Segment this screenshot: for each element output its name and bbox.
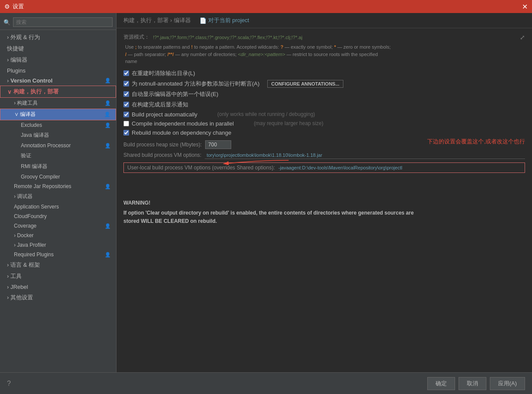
sidebar-item-label: Remote Jar Repositories xyxy=(14,183,71,189)
hint-line1: Use ; to separate patterns and ! to nega… xyxy=(125,44,391,50)
sidebar-item-label: › 工具 xyxy=(7,272,22,280)
project-icon: 📄 xyxy=(200,17,206,24)
sidebar-item-tools[interactable]: › 工具 xyxy=(0,271,116,282)
checkbox-compile-parallel-hint: (may require larger heap size) xyxy=(254,120,323,126)
checkbox-compile-parallel-input[interactable] xyxy=(123,121,129,126)
checkbox-build-auto-label: Build project automatically xyxy=(132,111,197,118)
checkbox-notify-build-input[interactable] xyxy=(123,102,129,107)
sidebar-item-app-servers[interactable]: Application Servers xyxy=(0,202,116,212)
sidebar-item-build-exec[interactable]: ∨ 构建，执行，部署 xyxy=(0,86,116,98)
hint-line2: / — path separator; /**/ — any number of… xyxy=(125,52,378,57)
sidebar-item-jrebel[interactable]: › JRebel xyxy=(0,282,116,292)
sidebar-item-groovy-compiler[interactable]: Groovy Compiler xyxy=(0,172,116,182)
expand-arrow-icon: ∨ xyxy=(7,89,12,95)
checkbox-build-auto: Build project automatically (only works … xyxy=(123,111,525,118)
sidebar-item-appearance[interactable]: › 外观 & 行为 xyxy=(0,32,116,43)
checkbox-rebuild-dep-label: Rebuild module on dependency change xyxy=(132,129,231,136)
content-area: 资源模式： !?*.java;!?*.form;!?*.class;!?*.gr… xyxy=(116,28,532,231)
breadcrumb-project: 📄 对于当前 project xyxy=(200,17,249,24)
user-vm-value: -javaagent:D:\dev-tools\Maven\localRepos… xyxy=(279,165,522,170)
resource-mode-value: !?*.java;!?*.form;!?*.class;!?*.groovy;!… xyxy=(153,35,516,40)
sidebar-item-java-profiler[interactable]: › Java Profiler xyxy=(0,240,116,250)
sidebar-item-label: Plugins xyxy=(7,67,26,74)
sidebar-item-cloudfoundry[interactable]: CloudFoundry xyxy=(0,212,116,221)
checkbox-compile-parallel: Compile independent modules in parallel … xyxy=(123,120,525,127)
sidebar-item-label: Java 编译器 xyxy=(21,132,49,139)
user-icon: 👤 xyxy=(105,123,111,128)
checkbox-show-first-error-label: 自动显示编辑器中的第一个错误(E) xyxy=(132,90,218,98)
sidebar-item-label: Coverage xyxy=(14,223,37,229)
sidebar-item-plugins[interactable]: Plugins xyxy=(0,66,116,76)
sidebar-item-label: › Docker xyxy=(14,232,33,238)
sidebar-item-remote-jar[interactable]: Remote Jar Repositories 👤 xyxy=(0,182,116,191)
sidebar-item-coverage[interactable]: Coverage 👤 xyxy=(0,221,116,231)
main-content: 构建，执行，部署 › 编译器 📄 对于当前 project 资源模式： !?*.… xyxy=(116,13,532,372)
resource-mode-label: 资源模式： xyxy=(123,33,150,41)
checkbox-show-first-error-input[interactable] xyxy=(123,91,129,97)
expand-icon[interactable]: ⤢ xyxy=(520,34,525,41)
checkbox-notnull-input[interactable] xyxy=(123,81,129,86)
sidebar-item-required-plugins[interactable]: Required Plugins 👤 xyxy=(0,250,116,259)
sidebar-item-label: 快捷键 xyxy=(7,45,24,53)
red-callout: 下边的设置会覆盖这个,或者改这个也行 xyxy=(427,138,525,146)
sidebar-item-build-tools[interactable]: › 构建工具 👤 xyxy=(0,98,116,109)
warning-line3: stored WILL BE CLEARED on rebuild. xyxy=(123,217,525,225)
dialog-footer: ? 确定 取消 应用(A) xyxy=(0,372,532,394)
help-icon[interactable]: ? xyxy=(7,380,11,387)
sidebar-item-debugger[interactable]: › 调试器 xyxy=(0,191,116,202)
configure-annotations-button[interactable]: CONFIGURE ANNOTATIONS... xyxy=(267,80,343,88)
sidebar-item-lang-framework[interactable]: › 语言 & 框架 xyxy=(0,259,116,271)
sidebar-item-label: RMI 编译器 xyxy=(21,163,47,170)
user-vm-options-row: User-local build process VM options (ove… xyxy=(123,162,525,173)
red-callout-text: 下边的设置会覆盖这个,或者改这个也行 xyxy=(427,138,525,146)
checkbox-notnull: 为 notnull-annotated 方法和参数添加运行时断言(A) CONF… xyxy=(123,80,525,88)
sidebar-item-version-control[interactable]: › Version Control 👤 xyxy=(0,76,116,86)
checkbox-notnull-label: 为 notnull-annotated 方法和参数添加运行时断言(A) xyxy=(132,80,259,88)
search-input[interactable] xyxy=(13,17,113,27)
build-heap-input[interactable] xyxy=(205,140,231,149)
title-bar-left: ⚙ 设置 xyxy=(4,3,24,10)
sidebar-item-label: Application Servers xyxy=(14,204,59,210)
checkbox-show-first-error: 自动显示编辑器中的第一个错误(E) xyxy=(123,90,525,98)
shared-vm-row: Shared build process VM options: tory\or… xyxy=(123,152,525,159)
sidebar-item-keymap[interactable]: 快捷键 xyxy=(0,43,116,54)
warning-section: WARNING! If option 'Clear output directo… xyxy=(123,199,525,226)
search-bar: 🔍 xyxy=(0,15,116,30)
user-icon: 👤 xyxy=(105,184,111,189)
sidebar-item-rmi[interactable]: RMI 编译器 xyxy=(0,161,116,172)
checkbox-rebuild-dep-input[interactable] xyxy=(123,130,129,136)
sidebar-item-label: 验证 xyxy=(21,152,31,159)
checkbox-clear-output-input[interactable] xyxy=(123,70,129,76)
user-icon: 👤 xyxy=(105,78,111,83)
sidebar-item-label: › Java Profiler xyxy=(14,242,46,248)
checkbox-notify-build: 在构建完成后显示通知 xyxy=(123,101,525,109)
sidebar-item-other[interactable]: › 其他设置 xyxy=(0,292,116,303)
sidebar-item-label: › 其他设置 xyxy=(7,294,33,301)
sidebar-item-label: › 构建工具 xyxy=(14,99,38,107)
build-heap-section: Build process heap size (Mbytes): Shared… xyxy=(123,140,525,159)
checkbox-clear-output: 在重建时清除输出目录(L) xyxy=(123,70,525,77)
checkbox-build-auto-hint: (only works while not running / debuggin… xyxy=(217,111,315,117)
sidebar-item-java-compiler[interactable]: Java 编译器 xyxy=(0,130,116,141)
resource-mode-row: 资源模式： !?*.java;!?*.form;!?*.class;!?*.gr… xyxy=(123,33,525,41)
sidebar-item-label: › 编辑器 xyxy=(7,56,27,64)
sidebar-item-excludes[interactable]: Excludes 👤 xyxy=(0,120,116,130)
sidebar-item-annotation-processor[interactable]: Annotation Processor 👤 xyxy=(0,141,116,150)
close-button[interactable]: ✕ xyxy=(522,3,528,11)
sidebar-item-label: Excludes xyxy=(21,122,42,128)
apply-button[interactable]: 应用(A) xyxy=(490,377,525,390)
sidebar-item-validation[interactable]: 验证 xyxy=(0,150,116,161)
sidebar-item-label: › 语言 & 框架 xyxy=(7,261,40,269)
ok-button[interactable]: 确定 xyxy=(427,377,455,390)
cancel-button[interactable]: 取消 xyxy=(459,377,486,390)
sidebar-item-docker[interactable]: › Docker xyxy=(0,231,116,240)
shared-vm-label: Shared build process VM options: xyxy=(123,152,201,158)
user-icon: 👤 xyxy=(105,143,111,149)
sidebar-item-editor[interactable]: › 编辑器 xyxy=(0,54,116,66)
checkbox-build-auto-input[interactable] xyxy=(123,112,129,117)
checkbox-notify-build-label: 在构建完成后显示通知 xyxy=(132,101,188,109)
sidebar-item-compiler[interactable]: ∨ 编译器 👤 xyxy=(0,109,116,120)
warning-line1: WARNING! xyxy=(123,199,525,207)
sidebar-item-label: 构建，执行，部署 xyxy=(13,88,59,96)
breadcrumb-project-label: 对于当前 project xyxy=(208,17,249,24)
